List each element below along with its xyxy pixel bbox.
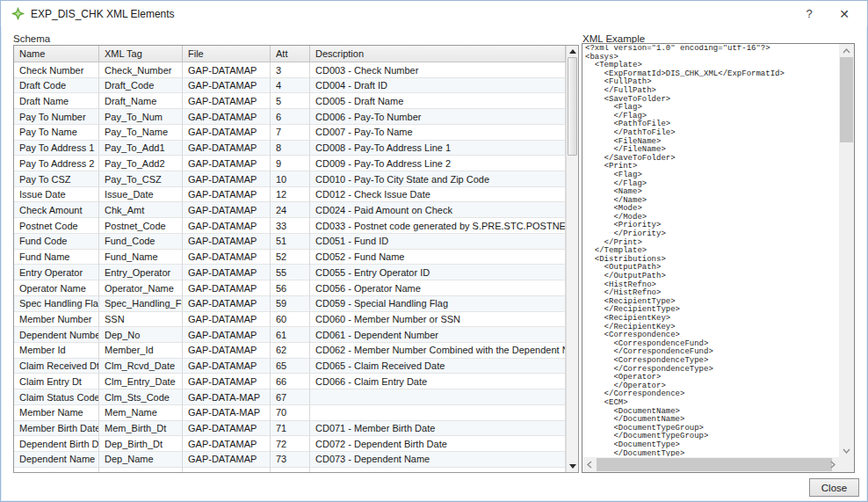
cell-file: GAP-DATA-MAP xyxy=(183,405,271,421)
cell-description: CD008 - Pay-To Address Line 1 xyxy=(310,141,566,156)
cell-file: GAP-DATAMAP xyxy=(183,327,271,343)
cell-att: 71 xyxy=(271,421,310,437)
header-cell-file[interactable]: File xyxy=(183,46,271,62)
table-row[interactable]: Fund CodeFund_CodeGAP-DATAMAP51CD051 - F… xyxy=(14,234,566,250)
cell-file: GAP-DATAMAP xyxy=(183,218,271,234)
cell-xml-tag: Clm_Sts_Code xyxy=(99,389,183,405)
cell-file: GAP-DATAMAP xyxy=(183,250,271,266)
cell-att: 33 xyxy=(271,218,310,234)
xml-vscrollbar-thumb[interactable] xyxy=(840,57,853,142)
table-row[interactable]: Check AmountChk_AmtGAP-DATAMAP24CD024 - … xyxy=(14,202,566,218)
xml-hscrollbar[interactable] xyxy=(582,457,839,472)
table-row[interactable]: Claim Received DtClm_Rcvd_DateGAP-DATAMA… xyxy=(14,359,566,375)
cell-file: GAP-DATAMAP xyxy=(183,234,271,250)
chevron-right-icon[interactable] xyxy=(826,457,839,472)
table-row[interactable]: Entry OperatorEntry_OperatorGAP-DATAMAP5… xyxy=(14,265,566,280)
table-row[interactable]: Operator NameOperator_NameGAP-DATAMAP56C… xyxy=(14,280,566,296)
cell-name: Operator Name xyxy=(14,280,99,296)
cell-name: Draft Name xyxy=(14,93,99,109)
cell-att: 61 xyxy=(271,327,310,343)
cell-file: GAP-DATAMAP xyxy=(183,62,271,78)
cell-description: CD052 - Fund Name xyxy=(310,250,566,266)
table-row[interactable]: Draft CodeDraft_CodeGAP-DATAMAP4CD004 - … xyxy=(14,78,566,94)
cell-file: GAP-DATAMAP xyxy=(183,265,271,280)
cell-xml-tag: Spec_Handling_Flag xyxy=(99,296,183,312)
table-row[interactable]: Draft NameDraft_NameGAP-DATAMAP5CD005 - … xyxy=(14,93,566,109)
cell-description: CD012 - Check Issue Date xyxy=(310,187,566,203)
header-cell-xml-tag[interactable]: XML Tag xyxy=(99,46,183,62)
chevron-down-icon[interactable] xyxy=(839,444,854,457)
header-cell-att[interactable]: Att xyxy=(271,46,310,62)
xml-vscrollbar[interactable] xyxy=(839,44,854,457)
scroll-up-icon[interactable] xyxy=(567,46,578,57)
scroll-down-icon[interactable] xyxy=(567,461,578,472)
cell-file: GAP-DATAMAP xyxy=(183,296,271,312)
cell-xml-tag: Dep_No xyxy=(99,327,183,343)
schema-table-vscrollbar[interactable] xyxy=(566,46,578,472)
cell-xml-tag: Mem_Name xyxy=(99,405,183,421)
cell-file: GAP-DATAMAP xyxy=(183,312,271,328)
cell-description: CD009 - Pay-To Address Line 2 xyxy=(310,156,566,171)
help-button[interactable]: ? xyxy=(792,1,827,26)
cell-description: CD073 - Dependent Name xyxy=(310,452,566,468)
cell-att: 5 xyxy=(271,93,310,109)
cell-xml-tag: Entry_Operator xyxy=(99,265,183,280)
scrollbar-corner xyxy=(839,457,854,472)
table-row[interactable]: Issue DateIssue_DateGAP-DATAMAP12CD012 -… xyxy=(14,187,566,203)
cell-att: 51 xyxy=(271,234,310,250)
cell-xml-tag: SSN xyxy=(99,312,183,328)
table-row[interactable]: Member NameMem_NameGAP-DATA-MAP70 xyxy=(14,405,566,421)
xml-code[interactable]: <?xml version="1.0" encoding="utf-16"?> … xyxy=(585,45,838,456)
schema-scrollbar-thumb[interactable] xyxy=(568,57,577,156)
cell-xml-tag: Pay_To_Num xyxy=(99,109,183,125)
table-row[interactable]: Check NumberCheck_NumberGAP-DATAMAP3CD00… xyxy=(14,62,566,78)
cell-name: Member Id xyxy=(14,343,99,359)
table-row[interactable]: Dependent Birth DtDep_Birth_DtGAP-DATAMA… xyxy=(14,436,566,452)
cell-att: 52 xyxy=(271,250,310,266)
table-row[interactable]: Fund NameFund_NameGAP-DATAMAP52CD052 - F… xyxy=(14,250,566,266)
cell-xml-tag: Draft_Code xyxy=(99,78,183,94)
cell-file: GAP-DATAMAP xyxy=(183,436,271,452)
header-cell-name[interactable]: Name xyxy=(14,46,99,62)
table-row[interactable]: Pay To Address 2Pay_To_Add2GAP-DATAMAP9C… xyxy=(14,156,566,171)
cell-name: Pay To Name xyxy=(14,125,99,141)
cell-file: GAP-DATAMAP xyxy=(183,78,271,94)
xml-hscrollbar-thumb[interactable] xyxy=(597,458,832,471)
cell-name: Check Amount xyxy=(14,202,99,218)
table-row[interactable]: Pay To CSZPay_To_CSZGAP-DATAMAP10CD010 -… xyxy=(14,171,566,187)
cell-description: CD071 - Member Birth Date xyxy=(310,421,566,437)
cell-att: 4 xyxy=(271,78,310,94)
cell-att: 12 xyxy=(271,187,310,203)
cell-name: Pay To Address 2 xyxy=(14,156,99,171)
cell-name: Check Number xyxy=(14,62,99,78)
table-row[interactable] xyxy=(14,468,566,472)
table-row[interactable]: Claim Status CodeClm_Sts_CodeGAP-DATA-MA… xyxy=(14,389,566,405)
cell-name: Claim Entry Dt xyxy=(14,374,99,389)
cell-description: CD061 - Dependent Number xyxy=(310,327,566,343)
chevron-left-icon[interactable] xyxy=(582,457,596,472)
cell-file: GAP-DATAMAP xyxy=(183,156,271,171)
table-row[interactable]: Pay To NumberPay_To_NumGAP-DATAMAP6CD006… xyxy=(14,109,566,125)
table-row[interactable]: Pay To Address 1Pay_To_Add1GAP-DATAMAP8C… xyxy=(14,141,566,156)
titlebar-close-button[interactable]: ✕ xyxy=(827,1,862,26)
cell-xml-tag: Clm_Rcvd_Date xyxy=(99,359,183,375)
table-row[interactable]: Member Birth DateMem_Birth_DtGAP-DATAMAP… xyxy=(14,421,566,437)
cell-description: CD010 - Pay-To City State and Zip Code xyxy=(310,171,566,187)
table-row[interactable]: Postnet CodePostnet_CodeGAP-DATAMAP33CD0… xyxy=(14,218,566,234)
table-row[interactable]: Member NumberSSNGAP-DATAMAP60CD060 - Mem… xyxy=(14,312,566,328)
header-cell-description[interactable]: Description xyxy=(310,46,566,62)
table-row[interactable]: Spec Handling FlagSpec_Handling_FlagGAP-… xyxy=(14,296,566,312)
table-row[interactable]: Member IdMember_IdGAP-DATAMAP62CD062 - M… xyxy=(14,343,566,359)
schema-table-header: Name XML Tag File Att Description xyxy=(14,46,566,62)
schema-table-body: Check NumberCheck_NumberGAP-DATAMAP3CD00… xyxy=(14,62,566,472)
close-button[interactable]: Close xyxy=(809,478,859,497)
cell-file: GAP-DATAMAP xyxy=(183,421,271,437)
cell-att: 70 xyxy=(271,405,310,421)
chevron-up-icon[interactable] xyxy=(839,44,854,57)
table-row[interactable]: Dependent NumberDep_NoGAP-DATAMAP61CD061… xyxy=(14,327,566,343)
table-row[interactable]: Dependent NameDep_NameGAP-DATAMAP73CD073… xyxy=(14,452,566,468)
table-row[interactable]: Pay To NamePay_To_NameGAP-DATAMAP7CD007 … xyxy=(14,125,566,141)
cell-att xyxy=(271,468,310,472)
cell-xml-tag: Draft_Name xyxy=(99,93,183,109)
table-row[interactable]: Claim Entry DtClm_Entry_DateGAP-DATAMAP6… xyxy=(14,374,566,389)
